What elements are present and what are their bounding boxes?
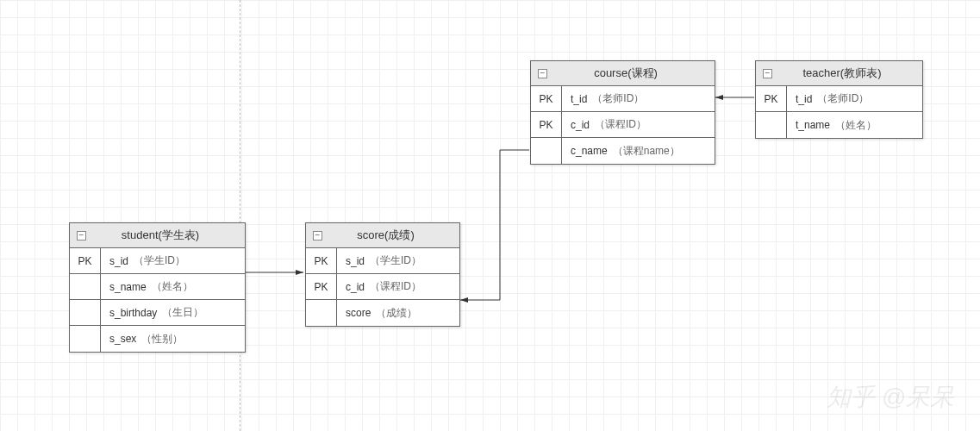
table-row: PK s_id （学生ID） [306, 248, 459, 274]
entity-title: teacher(教师表) [779, 66, 915, 81]
table-row: PK c_id （课程ID） [306, 274, 459, 300]
table-row: s_sex （性别） [70, 326, 245, 352]
field-cell: score （成绩） [337, 300, 459, 326]
collapse-icon[interactable]: − [313, 231, 322, 240]
field-cell: t_name （姓名） [787, 112, 922, 138]
collapse-icon[interactable]: − [763, 69, 772, 78]
field-cell: s_id （学生ID） [101, 248, 245, 273]
entity-header-course: − course(课程) [531, 61, 715, 86]
pk-cell: PK [531, 112, 562, 137]
entity-student: − student(学生表) PK s_id （学生ID） s_name （姓名… [69, 222, 246, 353]
table-row: t_name （姓名） [756, 112, 922, 138]
entity-teacher: − teacher(教师表) PK t_id （老师ID） t_name （姓名… [755, 60, 923, 139]
pk-cell [70, 326, 101, 352]
entity-header-score: − score(成绩) [306, 223, 459, 248]
collapse-icon[interactable]: − [538, 69, 547, 78]
pk-cell: PK [756, 86, 787, 111]
table-row: PK s_id （学生ID） [70, 248, 245, 274]
entity-score: − score(成绩) PK s_id （学生ID） PK c_id （课程ID… [305, 222, 460, 327]
entity-title: score(成绩) [329, 228, 453, 243]
entity-header-student: − student(学生表) [70, 223, 245, 248]
pk-cell: PK [531, 86, 562, 111]
pk-cell [70, 274, 101, 299]
pk-cell: PK [70, 248, 101, 273]
collapse-icon[interactable]: − [77, 231, 86, 240]
field-cell: t_id （老师ID） [787, 86, 922, 111]
field-cell: c_name （课程name） [562, 138, 715, 164]
field-cell: c_id （课程ID） [337, 274, 459, 299]
table-row: c_name （课程name） [531, 138, 715, 164]
pk-cell [70, 300, 101, 325]
field-cell: s_sex （性别） [101, 326, 245, 352]
watermark: 知乎 @呆呆 [827, 381, 954, 414]
field-cell: c_id （课程ID） [562, 112, 715, 137]
entity-course: − course(课程) PK t_id （老师ID） PK c_id （课程I… [530, 60, 715, 165]
field-cell: s_id （学生ID） [337, 248, 459, 273]
entity-header-teacher: − teacher(教师表) [756, 61, 922, 86]
table-row: PK c_id （课程ID） [531, 112, 715, 138]
entity-title: student(学生表) [93, 228, 238, 243]
field-cell: s_birthday （生日） [101, 300, 245, 325]
table-row: s_birthday （生日） [70, 300, 245, 326]
table-row: score （成绩） [306, 300, 459, 326]
entity-title: course(课程) [554, 66, 708, 81]
field-cell: t_id （老师ID） [562, 86, 715, 111]
pk-cell [756, 112, 787, 138]
table-row: s_name （姓名） [70, 274, 245, 300]
vertical-guide [240, 0, 240, 431]
table-row: PK t_id （老师ID） [531, 86, 715, 112]
pk-cell: PK [306, 274, 337, 299]
pk-cell [306, 300, 337, 326]
table-row: PK t_id （老师ID） [756, 86, 922, 112]
pk-cell: PK [306, 248, 337, 273]
pk-cell [531, 138, 562, 164]
field-cell: s_name （姓名） [101, 274, 245, 299]
